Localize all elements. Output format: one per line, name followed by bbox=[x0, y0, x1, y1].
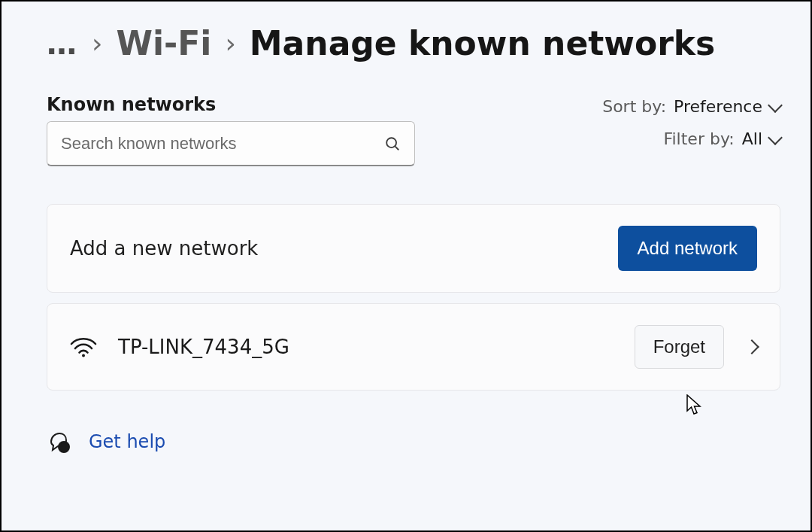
wifi-icon bbox=[70, 336, 97, 357]
filter-by-dropdown[interactable]: Filter by: All bbox=[663, 129, 780, 148]
search-input[interactable] bbox=[61, 134, 384, 154]
svg-point-0 bbox=[386, 138, 396, 147]
chevron-right-icon[interactable] bbox=[744, 339, 759, 354]
svg-line-1 bbox=[395, 146, 399, 150]
help-row: ? Get help bbox=[47, 430, 780, 454]
search-input-container[interactable] bbox=[47, 121, 415, 166]
add-network-title: Add a new network bbox=[70, 237, 258, 260]
chevron-right-icon: › bbox=[225, 28, 235, 59]
chevron-down-icon bbox=[768, 130, 783, 145]
chevron-right-icon: › bbox=[92, 28, 102, 59]
forget-button[interactable]: Forget bbox=[635, 325, 724, 369]
network-name: TP-LINK_7434_5G bbox=[118, 336, 289, 358]
breadcrumb-overflow[interactable]: … bbox=[47, 26, 78, 61]
section-heading: Known networks bbox=[47, 94, 415, 115]
get-help-link[interactable]: Get help bbox=[89, 431, 165, 452]
filter-by-value: All bbox=[742, 129, 762, 148]
add-network-card: Add a new network Add network bbox=[47, 204, 780, 293]
add-network-button[interactable]: Add network bbox=[618, 226, 757, 271]
help-icon: ? bbox=[47, 430, 71, 454]
sort-by-value: Preference bbox=[674, 97, 762, 116]
svg-point-2 bbox=[82, 354, 85, 357]
breadcrumb: … › Wi-Fi › Manage known networks bbox=[47, 24, 780, 62]
sort-by-label: Sort by: bbox=[602, 97, 666, 116]
breadcrumb-current: Manage known networks bbox=[250, 24, 715, 62]
cursor-icon bbox=[686, 394, 702, 415]
svg-text:?: ? bbox=[62, 443, 66, 451]
sort-by-dropdown[interactable]: Sort by: Preference bbox=[602, 97, 780, 116]
filter-by-label: Filter by: bbox=[663, 129, 734, 148]
search-icon[interactable] bbox=[384, 135, 401, 152]
breadcrumb-wifi[interactable]: Wi-Fi bbox=[116, 24, 211, 62]
network-row[interactable]: TP-LINK_7434_5G Forget bbox=[47, 303, 780, 391]
chevron-down-icon bbox=[768, 98, 783, 113]
